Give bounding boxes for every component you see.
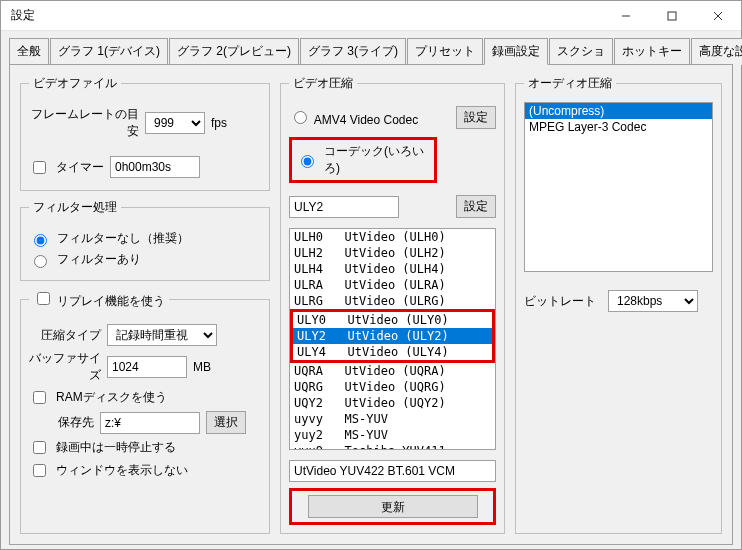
video-comp-legend: ビデオ圧縮 [289,75,357,92]
codec-item[interactable]: UQY2 UtVideo (UQY2) [290,395,495,411]
ramdisk-checkbox[interactable] [33,391,46,404]
audio-list[interactable]: (Uncompress)MPEG Layer-3 Codec [524,102,713,272]
window-title: 設定 [11,7,603,24]
framerate-select[interactable]: 999 [145,112,205,134]
codec-item[interactable]: ULRG UtVideo (ULRG) [290,293,495,309]
filter-on-label: フィルターあり [57,251,141,268]
timer-checkbox[interactable] [33,161,46,174]
pause-checkbox[interactable] [33,441,46,454]
titlebar: 設定 [1,1,741,31]
compress-label: 圧縮タイプ [29,327,101,344]
tab-2[interactable]: グラフ 2(プレビュー) [169,38,299,65]
tab-5[interactable]: 録画設定 [484,38,548,65]
timer-label: タイマー [56,159,104,176]
framerate-label: フレームレートの目安 [29,106,139,140]
codec-item[interactable]: ULY2 UtVideo (ULY2) [293,328,492,344]
pause-label: 録画中は一時停止する [56,439,176,456]
tab-8[interactable]: 高度な設定 [691,38,742,65]
codec-item[interactable]: ULH2 UtVideo (ULH2) [290,245,495,261]
codec-item[interactable]: yuy2 MS-YUV [290,427,495,443]
footer: ヘルプ デスクトップキャプチャモード OK キャンセル 適用 [1,545,741,550]
tab-7[interactable]: ホットキー [614,38,690,65]
codec-item[interactable]: ULY4 UtVideo (ULY4) [293,344,492,360]
left-column: ビデオファイル フレームレートの目安 999 fps タイマー フィルター処理 … [20,75,270,534]
ramdisk-label: RAMディスクを使う [56,389,167,406]
window-buttons [603,1,741,31]
maximize-button[interactable] [649,1,695,31]
replay-legend: リプレイ機能を使う [29,289,169,310]
audio-item[interactable]: (Uncompress) [525,103,712,119]
codec-item[interactable]: uyvy MS-YUV [290,411,495,427]
video-file-legend: ビデオファイル [29,75,121,92]
bitrate-label: ビットレート [524,293,596,310]
replay-use-checkbox[interactable] [37,292,50,305]
audio-comp-group: オーディオ圧縮 (Uncompress)MPEG Layer-3 Codec ビ… [515,75,722,534]
hidewin-label: ウィンドウを表示しない [56,462,188,479]
replay-use-label: リプレイ機能を使う [57,294,165,308]
buffer-input[interactable] [107,356,187,378]
framerate-unit: fps [211,116,227,130]
codec-list[interactable]: ULH0 UtVideo (ULH0)ULH2 UtVideo (ULH2)UL… [289,228,496,450]
settings-window: 設定 全般グラフ 1(デバイス)グラフ 2(プレビュー)グラフ 3(ライブ)プリ… [0,0,742,550]
close-button[interactable] [695,1,741,31]
amv4-label: AMV4 Video Codec [314,113,419,127]
buffer-unit: MB [193,360,211,374]
tab-1[interactable]: グラフ 1(デバイス) [50,38,168,65]
tab-panel-recording: ビデオファイル フレームレートの目安 999 fps タイマー フィルター処理 … [9,64,733,545]
middle-column: ビデオ圧縮 AMV4 Video Codec 設定 コーデック(いろいろ) 設定 [280,75,505,534]
codec-settings-button[interactable]: 設定 [456,195,496,218]
filter-legend: フィルター処理 [29,199,121,216]
audio-item[interactable]: MPEG Layer-3 Codec [525,119,712,135]
filter-on-radio[interactable] [34,255,47,268]
save-label: 保存先 [29,414,94,431]
codec-item[interactable]: ULRA UtVideo (ULRA) [290,277,495,293]
amv4-settings-button[interactable]: 設定 [456,106,496,129]
timer-input[interactable] [110,156,200,178]
save-select-button[interactable]: 選択 [206,411,246,434]
codec-item[interactable]: ULY0 UtVideo (ULY0) [293,312,492,328]
update-button[interactable]: 更新 [308,495,478,518]
minimize-button[interactable] [603,1,649,31]
tab-4[interactable]: プリセット [407,38,483,65]
codec-radio-label: コーデック(いろいろ) [324,143,430,177]
codec-name-box: UtVideo YUV422 BT.601 VCM [289,460,496,482]
audio-comp-legend: オーディオ圧縮 [524,75,616,92]
codec-item[interactable]: ULH0 UtVideo (ULH0) [290,229,495,245]
codec-item[interactable]: UQRG UtVideo (UQRG) [290,379,495,395]
tab-0[interactable]: 全般 [9,38,49,65]
compress-select[interactable]: 記録時間重視 [107,324,217,346]
codec-item[interactable]: UQRA UtVideo (UQRA) [290,363,495,379]
replay-group: リプレイ機能を使う 圧縮タイプ 記録時間重視 バッファサイズ MB RAMディス… [20,289,270,534]
bitrate-select[interactable]: 128kbps [608,290,698,312]
tab-3[interactable]: グラフ 3(ライブ) [300,38,406,65]
svg-rect-1 [668,12,676,20]
buffer-label: バッファサイズ [29,350,101,384]
filter-none-label: フィルターなし（推奨） [57,230,189,247]
video-comp-group: ビデオ圧縮 AMV4 Video Codec 設定 コーデック(いろいろ) 設定 [280,75,505,534]
right-column: オーディオ圧縮 (Uncompress)MPEG Layer-3 Codec ビ… [515,75,722,534]
codec-item[interactable]: ULH4 UtVideo (ULH4) [290,261,495,277]
filter-group: フィルター処理 フィルターなし（推奨） フィルターあり [20,199,270,281]
filter-none-radio[interactable] [34,234,47,247]
codec-item[interactable]: yvu9 Toshiba YUV411 [290,443,495,450]
tab-6[interactable]: スクショ [549,38,613,65]
video-file-group: ビデオファイル フレームレートの目安 999 fps タイマー [20,75,270,191]
codec-name-text: UtVideo YUV422 BT.601 VCM [294,464,455,478]
amv4-radio[interactable] [294,111,307,124]
hidewin-checkbox[interactable] [33,464,46,477]
tabs: 全般グラフ 1(デバイス)グラフ 2(プレビュー)グラフ 3(ライブ)プリセット… [1,31,741,64]
fourcc-input[interactable] [289,196,399,218]
save-input[interactable] [100,412,200,434]
codec-radio[interactable] [301,155,314,168]
